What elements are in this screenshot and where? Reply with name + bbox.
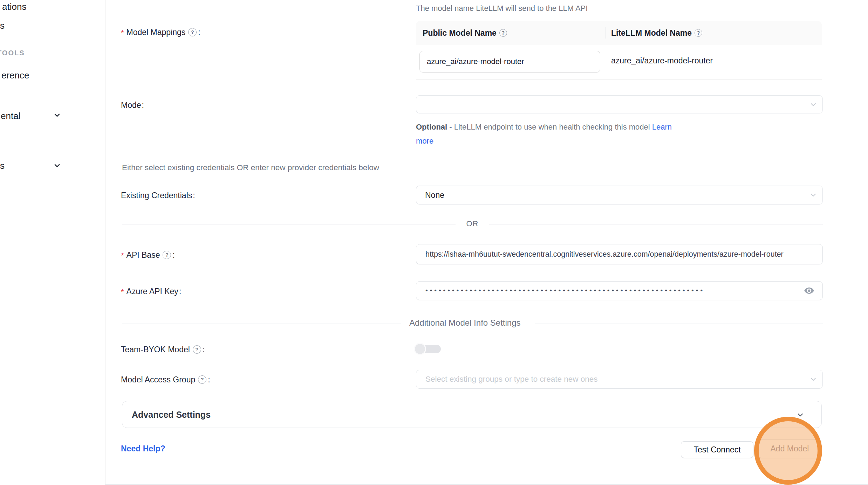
model-access-group-label-text: Model Access Group (121, 375, 195, 384)
sidebar-item-s1[interactable]: s (0, 20, 5, 31)
label-colon: : (203, 345, 205, 354)
chevron-down-icon (809, 191, 817, 199)
add-model-label: Add Model (771, 444, 809, 453)
azure-api-key-label: * Azure API Key : (121, 286, 181, 297)
help-question-icon[interactable]: ? (163, 251, 171, 259)
sidebar-divider (105, 0, 105, 485)
mode-help-text: - LiteLLM endpoint to use when health ch… (447, 123, 652, 131)
public-model-name-text: Public Model Name (423, 28, 497, 38)
chevron-down-icon (809, 375, 817, 383)
test-connect-button[interactable]: Test Connect (681, 441, 753, 458)
model-access-group-placeholder: Select existing groups or type to create… (425, 375, 598, 384)
chevron-down-icon[interactable] (53, 162, 61, 169)
label-colon: : (142, 101, 144, 110)
info-divider-text: Additional Model Info Settings (409, 318, 521, 328)
team-byok-label-text: Team-BYOK Model (121, 345, 190, 354)
chevron-down-icon[interactable] (53, 111, 61, 119)
mode-label: Mode : (121, 99, 144, 111)
card-right-border (838, 0, 838, 484)
mode-select[interactable] (416, 95, 823, 113)
label-colon: : (208, 375, 210, 384)
or-divider-text: OR (456, 219, 489, 228)
model-access-group-label: Model Access Group ? : (121, 374, 210, 385)
header-column-divider (606, 27, 606, 39)
model-mappings-label-text: Model Mappings (127, 28, 186, 37)
help-question-icon[interactable]: ? (499, 29, 507, 37)
label-colon: : (172, 250, 175, 260)
learn-more-link[interactable]: Learn (652, 123, 672, 131)
column-header-litellm-model-name: LiteLLM Model Name ? (611, 27, 702, 39)
existing-credentials-label: Existing Credentials : (121, 190, 195, 201)
help-question-icon[interactable]: ? (695, 29, 702, 37)
column-header-public-model-name: Public Model Name ? (423, 27, 507, 39)
mode-help-line1: Optional - LiteLLM endpoint to use when … (416, 123, 672, 132)
required-asterisk: * (121, 287, 124, 297)
sidebar-item-erence[interactable]: erence (1, 70, 29, 81)
chevron-down-icon[interactable] (796, 411, 805, 419)
chevron-down-icon (809, 101, 817, 109)
sidebar-item-s2[interactable]: s (0, 160, 5, 171)
sidebar-item-ental[interactable]: ental (1, 111, 20, 122)
label-colon: : (193, 191, 195, 200)
existing-credentials-select[interactable]: None (416, 186, 823, 205)
team-byok-label: Team-BYOK Model ? : (121, 344, 205, 355)
learn-more-link[interactable]: more (416, 137, 433, 146)
toggle-password-visibility-eye-icon[interactable] (804, 286, 814, 295)
public-model-name-input[interactable]: azure_ai/azure-model-router (419, 51, 600, 72)
required-asterisk: * (121, 28, 124, 37)
label-colon: : (198, 28, 200, 37)
label-colon: : (179, 287, 181, 296)
toggle-knob[interactable] (414, 343, 426, 355)
sidebar-item-ations[interactable]: ations (2, 1, 26, 12)
advanced-settings-panel[interactable]: Advanced Settings (122, 401, 822, 428)
mode-label-text: Mode (121, 101, 141, 110)
existing-credentials-label-text: Existing Credentials (121, 191, 192, 200)
table-row-divider (416, 79, 822, 80)
add-model-button[interactable]: Add Model (758, 439, 821, 458)
help-question-icon[interactable]: ? (188, 28, 197, 36)
card-bottom-border (105, 484, 868, 485)
existing-credentials-value: None (425, 190, 444, 200)
litellm-model-name-value: azure_ai/azure-model-router (611, 56, 713, 65)
optional-bold-text: Optional (416, 123, 447, 131)
model-access-group-select[interactable]: Select existing groups or type to create… (416, 370, 823, 389)
sidebar-section-tools: TOOLS (0, 49, 25, 57)
advanced-settings-title: Advanced Settings (132, 410, 211, 420)
api-base-input[interactable]: https://ishaa-mh6uutut-swedencentral.cog… (416, 244, 823, 264)
azure-api-key-input[interactable]: ••••••••••••••••••••••••••••••••••••••••… (416, 281, 823, 300)
public-model-name-value: azure_ai/azure-model-router (427, 57, 524, 66)
model-name-help-text: The model name LiteLLM will send to the … (416, 4, 588, 13)
api-base-value: https://ishaa-mh6uutut-swedencentral.cog… (425, 250, 784, 259)
or-divider-line (489, 224, 823, 224)
add-model-page: ations s TOOLS erence ental s The model … (0, 0, 868, 485)
required-asterisk: * (121, 251, 124, 260)
litellm-model-name-text: LiteLLM Model Name (611, 28, 692, 38)
api-base-label-text: API Base (127, 250, 160, 260)
info-divider-line (535, 324, 823, 324)
help-question-icon[interactable]: ? (193, 345, 201, 354)
azure-api-key-label-text: Azure API Key (127, 287, 178, 296)
credentials-note: Either select existing credentials OR en… (122, 163, 379, 172)
help-question-icon[interactable]: ? (198, 375, 206, 384)
azure-api-key-masked-value: ••••••••••••••••••••••••••••••••••••••••… (425, 287, 705, 295)
model-mappings-label: * Model Mappings ? : (121, 27, 200, 38)
need-help-link[interactable]: Need Help? (121, 444, 165, 453)
test-connect-label: Test Connect (693, 445, 740, 455)
info-divider-line (122, 324, 401, 324)
api-base-label: * API Base ? : (121, 249, 175, 261)
or-divider-line (122, 224, 456, 224)
